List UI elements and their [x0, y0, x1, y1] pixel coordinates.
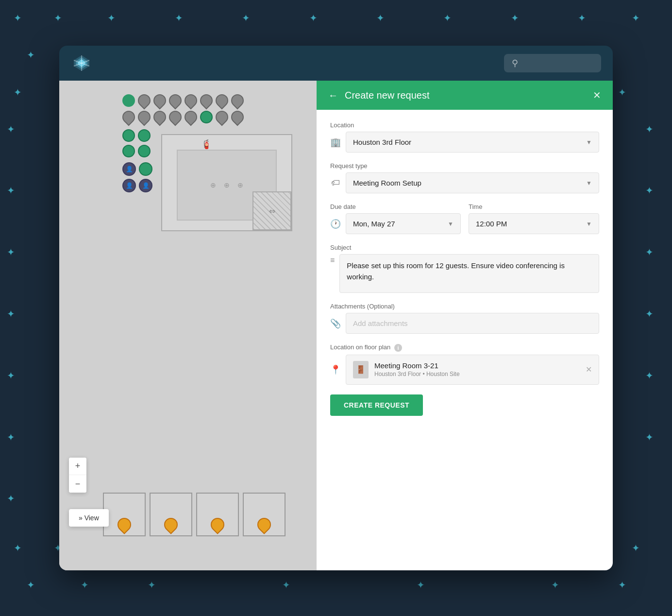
sparkle: ✦	[443, 12, 452, 24]
request-type-value: Meeting Room Setup	[353, 179, 421, 187]
time-select[interactable]: 12:00 PM ▼	[469, 213, 599, 234]
room-icon: 🚪	[353, 361, 369, 378]
pin-green	[122, 145, 135, 157]
panel-title: Create new request	[345, 90, 586, 101]
pin-row-2	[122, 111, 244, 123]
pin-gray	[229, 108, 247, 126]
browser-window: ⚲	[59, 46, 613, 570]
zoom-out-button[interactable]: −	[69, 475, 86, 493]
due-date-select[interactable]: Mon, May 27 ▼	[346, 213, 461, 234]
info-icon[interactable]: i	[394, 344, 402, 352]
sparkle: ✦	[645, 370, 654, 381]
sparkle: ✦	[27, 49, 35, 61]
request-type-label: Request type	[330, 162, 599, 170]
floor-plan-location-group: Location on floor plan i 📍 🚪 Meeting Roo…	[330, 343, 599, 385]
sparkle: ✦	[645, 431, 654, 443]
request-type-icon: 🏷	[330, 178, 341, 188]
main-content: 👤 👤 👤 🧯 ⊕ ⊕ ⊕	[59, 81, 613, 570]
sparkle: ✦	[618, 86, 626, 98]
pin-gray	[167, 92, 185, 110]
room-sub: Houston 3rd Floor • Houston Site	[374, 371, 580, 377]
pin-green	[122, 129, 135, 142]
pin-gray	[120, 108, 138, 126]
pin-orange	[115, 515, 134, 534]
time-row: 12:00 PM ▼	[469, 213, 599, 234]
bottom-room-1	[103, 493, 146, 536]
attachments-row: 📎 Add attachments	[330, 313, 599, 334]
time-value: 12:00 PM	[476, 220, 507, 228]
location-remove-button[interactable]: ✕	[586, 365, 592, 374]
sparkle: ✦	[645, 123, 654, 135]
room-name: Meeting Room 3-21	[374, 361, 580, 370]
attachments-placeholder: Add attachments	[353, 319, 408, 327]
view-button[interactable]: » View	[69, 509, 109, 527]
map-pin-icon: 📍	[330, 364, 341, 375]
pin-orange	[161, 515, 181, 534]
sparkle: ✦	[54, 12, 62, 24]
search-bar[interactable]: ⚲	[504, 54, 601, 72]
person-pins: 👤 👤 👤	[122, 162, 152, 192]
due-date-row: 🕐 Mon, May 27 ▼	[330, 213, 461, 234]
back-button[interactable]: ←	[328, 90, 338, 101]
nav-bar: ⚲	[59, 46, 613, 81]
pin-gray	[135, 92, 153, 110]
table-person-icon: ⊕	[237, 181, 243, 189]
location-card: 🚪 Meeting Room 3-21 Houston 3rd Floor • …	[346, 355, 599, 385]
location-group: Location 🏢 Houston 3rd Floor ▼	[330, 121, 599, 153]
logo	[71, 52, 92, 74]
sparkle: ✦	[148, 579, 156, 591]
pin-row-1	[122, 94, 244, 107]
sparkle: ✦	[27, 579, 35, 591]
request-type-select[interactable]: Meeting Room Setup ▼	[346, 172, 599, 193]
map-controls: + −	[69, 458, 86, 493]
sparkle: ✦	[376, 12, 385, 24]
table-person-icon: ⊕	[210, 181, 216, 189]
attachments-input[interactable]: Add attachments	[346, 313, 599, 334]
close-button[interactable]: ✕	[593, 89, 601, 101]
pin-green	[122, 94, 135, 107]
due-date-label: Due date	[330, 203, 461, 210]
sparkle: ✦	[7, 246, 15, 258]
due-date-value: Mon, May 27	[353, 220, 395, 228]
create-request-button[interactable]: CREATE REQUEST	[330, 394, 423, 416]
sparkle: ✦	[632, 542, 640, 554]
time-dropdown-arrow: ▼	[586, 221, 592, 227]
pin-green	[138, 129, 151, 142]
paperclip-icon: 📎	[330, 318, 341, 329]
sparkle: ✦	[7, 308, 15, 320]
subject-textarea[interactable]	[339, 254, 599, 293]
floor-plan-label: Location on floor plan i	[330, 343, 599, 352]
sparkle: ✦	[282, 579, 290, 591]
request-type-group: Request type 🏷 Meeting Room Setup ▼	[330, 162, 599, 193]
location-select[interactable]: Houston 3rd Floor ▼	[346, 132, 599, 153]
sparkle: ✦	[14, 12, 22, 24]
location-info: Meeting Room 3-21 Houston 3rd Floor • Ho…	[374, 361, 580, 377]
sparkle: ✦	[632, 12, 640, 24]
bottom-room-4	[243, 493, 286, 536]
sparkle: ✦	[14, 86, 22, 98]
floor-plan: 👤 👤 👤 🧯 ⊕ ⊕ ⊕	[59, 81, 317, 570]
floor-plan-label-text: Location on floor plan	[330, 343, 390, 351]
pin-gray	[229, 92, 247, 110]
bottom-room-3	[196, 493, 239, 536]
zoom-in-button[interactable]: +	[69, 458, 86, 475]
sparkle: ✦	[7, 185, 15, 196]
sparkle: ✦	[645, 185, 654, 196]
sparkle: ✦	[81, 579, 89, 591]
request-type-row: 🏷 Meeting Room Setup ▼	[330, 172, 599, 193]
logo-icon	[71, 52, 92, 74]
floor-plan-location-row: 📍 🚪 Meeting Room 3-21 Houston 3rd Floor …	[330, 355, 599, 385]
subject-group: Subject ≡	[330, 244, 599, 293]
left-pins	[122, 129, 151, 157]
sparkle: ✦	[14, 542, 22, 554]
sparkle: ✦	[7, 431, 15, 443]
pin-green	[138, 145, 151, 157]
sparkle: ✦	[7, 493, 15, 504]
clock-icon: 🕐	[330, 219, 341, 229]
subject-row: ≡	[330, 254, 599, 293]
location-value: Houston 3rd Floor	[353, 138, 411, 146]
building-icon: 🏢	[330, 137, 341, 148]
sparkle: ✦	[578, 12, 586, 24]
subject-label: Subject	[330, 244, 599, 251]
sparkle: ✦	[551, 579, 559, 591]
